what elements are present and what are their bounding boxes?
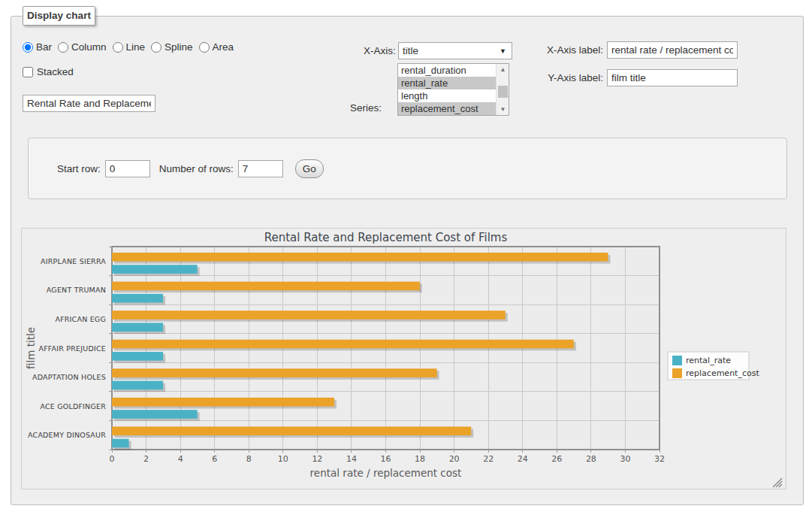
x-axis-title: rental rate / replacement cost: [310, 467, 462, 479]
chart-type-radio-area[interactable]: [199, 42, 210, 53]
category-label-3: AFFAIR PREJUDICE: [38, 344, 106, 353]
x-tick-label: 8: [246, 454, 252, 464]
x-tick-label: 16: [381, 454, 391, 464]
chart-type-radio-label: Spline: [165, 41, 193, 53]
series-options: rental_durationrental_ratelengthreplacem…: [398, 64, 496, 115]
legend-swatch-rental_rate: [672, 356, 682, 365]
category-label-5: ACE GOLDFINGER: [40, 402, 106, 411]
resize-grip-icon[interactable]: [776, 481, 782, 487]
bar-rental_rate-5: [112, 410, 198, 419]
bar-rental_rate-0: [112, 265, 198, 274]
category-label-6: ACADEMY DINOSAUR: [28, 431, 106, 439]
series-option-rental_duration[interactable]: rental_duration: [398, 64, 496, 77]
bar-replacement_cost-5: [112, 398, 334, 407]
x-tick-label: 30: [620, 454, 630, 464]
num-rows-input[interactable]: [238, 160, 283, 177]
chart-type-radio-line[interactable]: [113, 42, 123, 53]
bar-replacement_cost-6: [112, 426, 471, 435]
start-row-label: Start row:: [57, 163, 101, 174]
scroll-up-icon[interactable]: ▲: [497, 64, 509, 75]
chart-type-radio-label: Column: [71, 41, 107, 53]
x-tick-label: 26: [551, 454, 562, 464]
chart-type-radio-bar[interactable]: [23, 42, 33, 53]
display-chart-legend: Display chart: [23, 6, 95, 26]
scrollbar-thumb[interactable]: [498, 86, 508, 98]
series-select-label: Series:: [350, 102, 382, 114]
series-scrollbar[interactable]: ▲ ▼: [496, 64, 509, 115]
x-tick-label: 4: [178, 454, 183, 464]
bar-replacement_cost-3: [112, 340, 574, 349]
y-axis-title: film title: [25, 327, 37, 369]
bar-rental_rate-3: [112, 352, 163, 361]
stacked-checkbox[interactable]: [23, 67, 33, 77]
series-listbox[interactable]: rental_durationrental_ratelengthreplacem…: [397, 63, 509, 116]
x-axis-label-label: X-Axis label:: [543, 44, 603, 56]
chart-type-radio-label: Area: [213, 41, 234, 53]
rows-panel: Start row: Number of rows: Go: [28, 138, 787, 199]
x-tick-label: 18: [415, 454, 425, 464]
bar-chart: 02468101214161820222426283032AIRPLANE SI…: [22, 229, 786, 489]
x-tick-label: 12: [312, 454, 322, 464]
category-label-1: AGENT TRUMAN: [47, 286, 106, 294]
chart-type-option-line: Line: [113, 41, 146, 53]
chart-type-radio-spline[interactable]: [151, 42, 161, 53]
legend-label-rental_rate: rental_rate: [686, 356, 731, 365]
x-tick-label: 24: [518, 454, 528, 464]
x-tick-label: 2: [143, 454, 149, 464]
bar-replacement_cost-1: [112, 282, 420, 291]
series-option-rental_rate[interactable]: rental_rate: [398, 77, 496, 89]
x-tick-label: 0: [110, 454, 115, 464]
x-tick-label: 20: [449, 454, 460, 464]
x-tick-label: 22: [483, 454, 494, 464]
x-tick-label: 14: [346, 454, 357, 464]
chart-type-radio-column[interactable]: [58, 42, 68, 53]
resize-grip-icon[interactable]: [779, 484, 782, 487]
chart-type-option-bar: Bar: [23, 41, 52, 53]
stacked-checkbox-row: Stacked: [23, 66, 74, 77]
legend-swatch-replacement_cost: [672, 368, 682, 378]
bar-rental_rate-4: [112, 381, 163, 390]
bar-replacement_cost-2: [112, 311, 506, 320]
x-axis-selected-value: title: [403, 45, 500, 56]
bar-rental_rate-1: [112, 294, 163, 303]
chevron-down-icon: ▼: [500, 47, 506, 55]
chart-panel: 02468101214161820222426283032AIRPLANE SI…: [21, 228, 786, 489]
chart-type-radio-label: Line: [126, 41, 146, 53]
x-axis-select[interactable]: title ▼: [398, 42, 512, 59]
category-label-4: ADAPTATION HOLES: [32, 373, 106, 381]
chart-type-radio-group: BarColumnLineSplineArea: [23, 41, 238, 53]
x-tick-label: 10: [278, 454, 288, 464]
bar-rental_rate-2: [112, 323, 163, 332]
bar-rental_rate-6: [112, 439, 129, 448]
chart-type-radio-label: Bar: [36, 41, 52, 53]
num-rows-label: Number of rows:: [159, 163, 234, 174]
start-row-input[interactable]: [105, 160, 150, 177]
bar-replacement_cost-0: [112, 253, 608, 262]
stacked-label: Stacked: [37, 66, 74, 77]
chart-type-option-column: Column: [58, 41, 107, 53]
category-label-0: AIRPLANE SIERRA: [41, 257, 106, 265]
series-option-replacement_cost[interactable]: replacement_cost: [398, 102, 496, 115]
chart-type-option-area: Area: [199, 41, 234, 53]
legend-label-replacement_cost: replacement_cost: [686, 368, 759, 378]
x-axis-select-label: X-Axis:: [364, 45, 396, 56]
x-tick-label: 32: [654, 454, 665, 464]
x-tick-label: 6: [212, 454, 217, 464]
bar-replacement_cost-4: [112, 368, 437, 377]
scroll-down-icon[interactable]: ▼: [497, 104, 509, 115]
chart-title: Rental Rate and Replacement Cost of Film…: [264, 231, 508, 244]
x-tick-label: 28: [586, 454, 596, 464]
y-axis-label-input[interactable]: [607, 69, 738, 86]
chart-type-option-spline: Spline: [151, 41, 193, 53]
go-button[interactable]: Go: [295, 159, 324, 178]
category-label-2: AFRICAN EGG: [55, 315, 106, 323]
series-option-length[interactable]: length: [398, 89, 496, 102]
x-axis-label-input[interactable]: [607, 41, 738, 59]
y-axis-label-label: Y-Axis label:: [543, 72, 603, 83]
chart-title-input[interactable]: [23, 95, 155, 112]
